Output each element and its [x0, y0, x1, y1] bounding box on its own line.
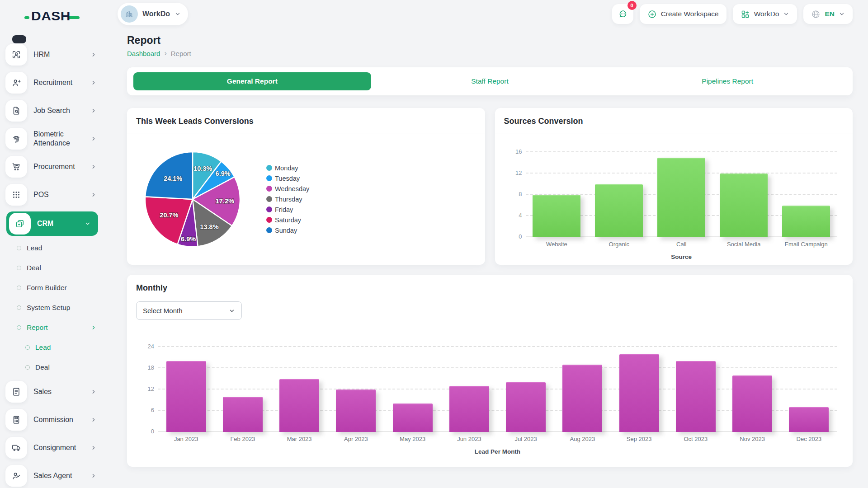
weekly-leads-pie: 10.3%6.9%17.2%13.8%6.9%20.7%24.1%: [140, 146, 245, 252]
sidebar-item-procurement[interactable]: Procurement: [0, 155, 104, 178]
sidebar-item-label: Consignment: [33, 443, 76, 452]
monthly-bar-chart: 06121824Jan 2023Feb 2023Mar 2023Apr 2023…: [127, 342, 853, 455]
bar-email-campaign: [782, 206, 830, 238]
workspace-selector[interactable]: WorkDo: [118, 3, 188, 25]
bar-slot: [650, 147, 712, 237]
sidebar-subitem-deal[interactable]: Deal: [0, 261, 104, 275]
bar-slot: [588, 147, 650, 237]
chevron-down-icon: [85, 221, 91, 227]
pie-label: 6.9%: [216, 169, 231, 177]
bar-slot: [498, 342, 554, 432]
y-tick-12: 12: [140, 385, 154, 392]
breadcrumb-dashboard-link[interactable]: Dashboard: [127, 50, 160, 57]
chat-icon: [618, 9, 627, 19]
report-tabs: General ReportStaff ReportPipelines Repo…: [127, 67, 853, 95]
sidebar-subitem-form-builder[interactable]: Form Builder: [0, 281, 104, 295]
sidebar-item-label: Sales Agent: [33, 471, 72, 480]
legend-dot-icon: [266, 186, 272, 192]
sidebar-item-commission[interactable]: Commission: [0, 408, 104, 431]
month-select[interactable]: Select Month: [136, 301, 242, 320]
bar-slot: [611, 342, 667, 432]
breadcrumb: Dashboard › Report: [127, 49, 853, 57]
sidebar-item-pos[interactable]: POS: [0, 183, 104, 206]
sidebar-item-biometric-attendance[interactable]: Biometric Attendance: [0, 127, 104, 150]
sidebar-subitem-label: Deal: [35, 363, 50, 371]
app-logo[interactable]: DASH: [0, 5, 104, 28]
messages-button[interactable]: 0: [612, 4, 633, 24]
bar-aug-2023: [562, 365, 602, 432]
chevron-down-icon: [783, 11, 789, 17]
legend-dot-icon: [266, 217, 272, 223]
x-axis-title: Lead Per Month: [158, 448, 837, 455]
x-label-email-campaign: Email Campaign: [775, 241, 837, 248]
create-workspace-button[interactable]: Create Workspace: [640, 4, 726, 24]
sidebar-subitem-deal[interactable]: Deal: [0, 361, 104, 374]
sidebar-item-sales[interactable]: Sales: [0, 380, 104, 403]
page-content: Report Dashboard › Report General Report…: [104, 28, 868, 488]
bar-slot: [271, 342, 328, 432]
sidebar-item-job-search[interactable]: Job Search: [0, 99, 104, 122]
sidebar-item-recruitment[interactable]: Recruitment: [0, 71, 104, 94]
sidebar-subitem-label: System Setup: [27, 303, 71, 312]
legend-label: Saturday: [275, 216, 301, 224]
language-selector[interactable]: EN: [803, 4, 853, 24]
sidebar-item-hrm[interactable]: HRM: [0, 43, 104, 66]
bar-jan-2023: [166, 361, 206, 432]
bar-website: [533, 195, 580, 237]
chevron-right-icon: [90, 324, 97, 331]
x-label-mar-2023: Mar 2023: [271, 436, 328, 442]
sidebar-subitem-label: Lead: [27, 244, 42, 252]
y-tick-6: 6: [140, 407, 154, 413]
chevron-right-icon: [90, 136, 97, 142]
plus-circle-icon: [647, 9, 657, 19]
tab-pipelines-report[interactable]: Pipelines Report: [609, 72, 846, 90]
x-label-aug-2023: Aug 2023: [554, 436, 611, 442]
pie-label: 13.8%: [200, 223, 218, 230]
tab-staff-report[interactable]: Staff Report: [371, 72, 609, 90]
crm-icon: [9, 213, 31, 235]
consignment-icon: [5, 437, 27, 459]
bar-dec-2023: [789, 407, 829, 432]
sources-conversion-body: 0481216WebsiteOrganicCallSocial MediaEma…: [495, 133, 853, 265]
recruitment-icon: [5, 72, 27, 94]
bar-sep-2023: [619, 354, 659, 432]
sidebar-item-consignment[interactable]: Consignment: [0, 436, 104, 459]
sidebar-item-label: Commission: [33, 415, 73, 424]
biometric-attendance-icon: [5, 128, 27, 150]
sidebar-subitem-lead[interactable]: Lead: [0, 341, 104, 354]
y-tick-4: 4: [508, 212, 522, 219]
language-code: EN: [825, 10, 835, 18]
bullet-icon: [17, 246, 21, 250]
app-root: DASH HRMRecruitmentJob SearchBiometric A…: [0, 0, 868, 488]
chevron-down-icon: [229, 308, 235, 314]
sidebar-item-label: HRM: [33, 50, 50, 59]
y-tick-16: 16: [508, 148, 522, 155]
sidebar-subitem-label: Lead: [35, 343, 51, 352]
pie-label: 10.3%: [193, 165, 212, 172]
workspace-switcher[interactable]: WorkDo: [733, 4, 797, 24]
monthly-chart-area: 06121824Jan 2023Feb 2023Mar 2023Apr 2023…: [127, 328, 853, 455]
procurement-icon: [5, 156, 27, 178]
sidebar-item-sales-agent[interactable]: Sales Agent: [0, 465, 104, 487]
plot-area: 0481216: [526, 147, 838, 237]
sidebar-subitem-report[interactable]: Report: [0, 321, 104, 334]
bar-slot: [441, 342, 497, 432]
tab-general-report[interactable]: General Report: [133, 72, 371, 90]
topbar: WorkDo 0 Create Workspace: [104, 0, 868, 28]
pos-icon: [5, 184, 27, 206]
sidebar-subitem-lead[interactable]: Lead: [0, 241, 104, 255]
chevron-down-icon: [175, 11, 181, 17]
sidebar-item-partial-icon[interactable]: [12, 35, 26, 43]
monthly-card: Monthly Select Month 06121824Jan 2023Feb…: [127, 275, 853, 467]
legend-label: Thursday: [275, 196, 302, 203]
sidebar-subitem-system-setup[interactable]: System Setup: [0, 301, 104, 314]
sidebar-item-crm[interactable]: CRM: [6, 211, 98, 236]
legend-label: Tuesday: [275, 175, 300, 182]
sidebar-item-label: Biometric Attendance: [33, 130, 88, 148]
pie-legend: MondayTuesdayWednesdayThursdayFridaySatu…: [266, 164, 309, 234]
y-tick-0: 0: [508, 233, 522, 240]
grid-plus-icon: [741, 9, 750, 19]
legend-dot-icon: [266, 227, 272, 233]
sidebar-item-label: Job Search: [33, 106, 70, 115]
sales-agent-icon: [5, 465, 27, 487]
